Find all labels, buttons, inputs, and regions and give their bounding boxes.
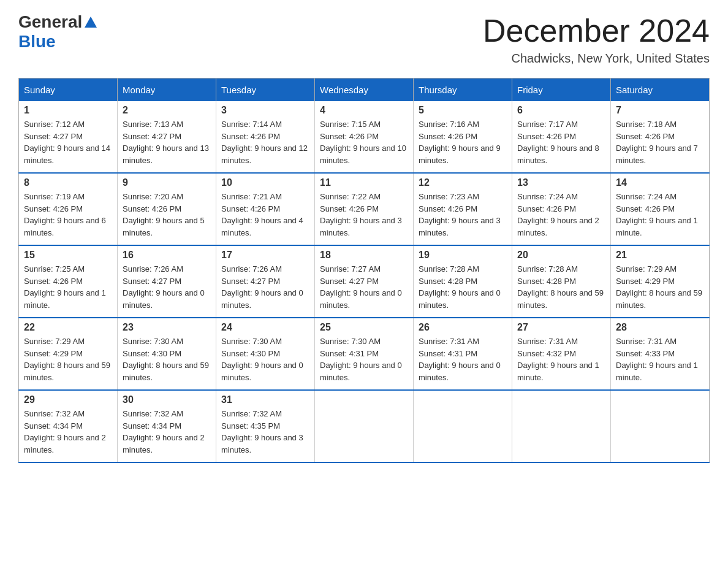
logo-triangle-icon <box>85 17 97 28</box>
page-header: General Blue December 2024 Chadwicks, Ne… <box>18 12 710 66</box>
calendar-day-cell: 29Sunrise: 7:32 AMSunset: 4:34 PMDayligh… <box>19 390 118 462</box>
calendar-day-cell: 1Sunrise: 7:12 AMSunset: 4:27 PMDaylight… <box>19 101 118 173</box>
day-info: Sunrise: 7:30 AMSunset: 4:30 PMDaylight:… <box>123 335 211 383</box>
day-info: Sunrise: 7:18 AMSunset: 4:26 PMDaylight:… <box>616 118 704 166</box>
day-number: 31 <box>221 394 309 405</box>
day-info: Sunrise: 7:28 AMSunset: 4:28 PMDaylight:… <box>419 263 507 311</box>
day-number: 27 <box>517 322 605 333</box>
calendar-day-cell: 26Sunrise: 7:31 AMSunset: 4:31 PMDayligh… <box>414 318 512 390</box>
day-info: Sunrise: 7:32 AMSunset: 4:34 PMDaylight:… <box>24 408 112 456</box>
day-info: Sunrise: 7:19 AMSunset: 4:26 PMDaylight:… <box>24 191 112 239</box>
day-number: 23 <box>123 322 211 333</box>
day-info: Sunrise: 7:21 AMSunset: 4:26 PMDaylight:… <box>221 191 309 239</box>
calendar-day-cell: 31Sunrise: 7:32 AMSunset: 4:35 PMDayligh… <box>216 390 315 462</box>
calendar-day-cell <box>512 390 611 462</box>
calendar-day-cell: 25Sunrise: 7:30 AMSunset: 4:31 PMDayligh… <box>315 318 414 390</box>
calendar-week-row: 29Sunrise: 7:32 AMSunset: 4:34 PMDayligh… <box>19 390 710 462</box>
calendar-day-cell: 13Sunrise: 7:24 AMSunset: 4:26 PMDayligh… <box>512 173 611 245</box>
day-number: 20 <box>517 250 605 261</box>
day-number: 9 <box>123 177 211 188</box>
day-number: 16 <box>123 250 211 261</box>
day-number: 22 <box>24 322 112 333</box>
day-number: 21 <box>616 250 704 261</box>
calendar-day-cell: 17Sunrise: 7:26 AMSunset: 4:27 PMDayligh… <box>216 245 315 318</box>
day-info: Sunrise: 7:30 AMSunset: 4:31 PMDaylight:… <box>320 335 408 383</box>
calendar-week-row: 8Sunrise: 7:19 AMSunset: 4:26 PMDaylight… <box>19 173 710 245</box>
day-info: Sunrise: 7:31 AMSunset: 4:33 PMDaylight:… <box>616 335 704 383</box>
day-number: 14 <box>616 177 704 188</box>
day-info: Sunrise: 7:15 AMSunset: 4:26 PMDaylight:… <box>320 118 408 166</box>
calendar-day-cell: 2Sunrise: 7:13 AMSunset: 4:27 PMDaylight… <box>118 101 216 173</box>
day-number: 30 <box>123 394 211 405</box>
day-number: 24 <box>221 322 309 333</box>
day-of-week-header: Thursday <box>414 79 512 102</box>
calendar-week-row: 22Sunrise: 7:29 AMSunset: 4:29 PMDayligh… <box>19 318 710 390</box>
day-number: 17 <box>221 250 309 261</box>
day-info: Sunrise: 7:14 AMSunset: 4:26 PMDaylight:… <box>221 118 309 166</box>
day-info: Sunrise: 7:22 AMSunset: 4:26 PMDaylight:… <box>320 191 408 239</box>
day-info: Sunrise: 7:27 AMSunset: 4:27 PMDaylight:… <box>320 263 408 311</box>
calendar-day-cell <box>611 390 710 462</box>
day-number: 26 <box>419 322 507 333</box>
day-number: 1 <box>24 105 112 116</box>
day-number: 28 <box>616 322 704 333</box>
calendar-day-cell: 24Sunrise: 7:30 AMSunset: 4:30 PMDayligh… <box>216 318 315 390</box>
day-info: Sunrise: 7:26 AMSunset: 4:27 PMDaylight:… <box>123 263 211 311</box>
day-number: 19 <box>419 250 507 261</box>
calendar-day-cell: 16Sunrise: 7:26 AMSunset: 4:27 PMDayligh… <box>118 245 216 318</box>
day-info: Sunrise: 7:13 AMSunset: 4:27 PMDaylight:… <box>123 118 211 166</box>
logo-general-text: General <box>18 12 82 32</box>
days-header-row: SundayMondayTuesdayWednesdayThursdayFrid… <box>19 79 710 102</box>
day-info: Sunrise: 7:24 AMSunset: 4:26 PMDaylight:… <box>517 191 605 239</box>
calendar-day-cell: 18Sunrise: 7:27 AMSunset: 4:27 PMDayligh… <box>315 245 414 318</box>
calendar-day-cell: 8Sunrise: 7:19 AMSunset: 4:26 PMDaylight… <box>19 173 118 245</box>
day-number: 4 <box>320 105 408 116</box>
calendar-day-cell: 3Sunrise: 7:14 AMSunset: 4:26 PMDaylight… <box>216 101 315 173</box>
day-info: Sunrise: 7:17 AMSunset: 4:26 PMDaylight:… <box>517 118 605 166</box>
day-info: Sunrise: 7:31 AMSunset: 4:31 PMDaylight:… <box>419 335 507 383</box>
logo: General Blue <box>18 12 97 52</box>
day-of-week-header: Saturday <box>611 79 710 102</box>
calendar-day-cell: 10Sunrise: 7:21 AMSunset: 4:26 PMDayligh… <box>216 173 315 245</box>
day-of-week-header: Tuesday <box>216 79 315 102</box>
day-info: Sunrise: 7:24 AMSunset: 4:26 PMDaylight:… <box>616 191 704 239</box>
day-number: 6 <box>517 105 605 116</box>
day-number: 29 <box>24 394 112 405</box>
calendar-day-cell: 30Sunrise: 7:32 AMSunset: 4:34 PMDayligh… <box>118 390 216 462</box>
calendar-day-cell: 28Sunrise: 7:31 AMSunset: 4:33 PMDayligh… <box>611 318 710 390</box>
calendar-day-cell: 15Sunrise: 7:25 AMSunset: 4:26 PMDayligh… <box>19 245 118 318</box>
day-number: 15 <box>24 250 112 261</box>
day-info: Sunrise: 7:29 AMSunset: 4:29 PMDaylight:… <box>616 263 704 311</box>
calendar-day-cell: 9Sunrise: 7:20 AMSunset: 4:26 PMDaylight… <box>118 173 216 245</box>
day-info: Sunrise: 7:30 AMSunset: 4:30 PMDaylight:… <box>221 335 309 383</box>
day-number: 11 <box>320 177 408 188</box>
day-number: 18 <box>320 250 408 261</box>
calendar-day-cell: 27Sunrise: 7:31 AMSunset: 4:32 PMDayligh… <box>512 318 611 390</box>
day-info: Sunrise: 7:28 AMSunset: 4:28 PMDaylight:… <box>517 263 605 311</box>
calendar-week-row: 15Sunrise: 7:25 AMSunset: 4:26 PMDayligh… <box>19 245 710 318</box>
day-number: 5 <box>419 105 507 116</box>
title-area: December 2024 Chadwicks, New York, Unite… <box>483 12 710 66</box>
day-info: Sunrise: 7:32 AMSunset: 4:35 PMDaylight:… <box>221 408 309 456</box>
day-info: Sunrise: 7:16 AMSunset: 4:26 PMDaylight:… <box>419 118 507 166</box>
day-of-week-header: Sunday <box>19 79 118 102</box>
calendar-day-cell <box>315 390 414 462</box>
calendar-day-cell: 14Sunrise: 7:24 AMSunset: 4:26 PMDayligh… <box>611 173 710 245</box>
calendar-day-cell: 20Sunrise: 7:28 AMSunset: 4:28 PMDayligh… <box>512 245 611 318</box>
calendar-title: December 2024 <box>483 12 710 49</box>
calendar-day-cell: 19Sunrise: 7:28 AMSunset: 4:28 PMDayligh… <box>414 245 512 318</box>
calendar-day-cell: 11Sunrise: 7:22 AMSunset: 4:26 PMDayligh… <box>315 173 414 245</box>
day-number: 12 <box>419 177 507 188</box>
day-info: Sunrise: 7:31 AMSunset: 4:32 PMDaylight:… <box>517 335 605 383</box>
calendar-day-cell: 22Sunrise: 7:29 AMSunset: 4:29 PMDayligh… <box>19 318 118 390</box>
day-number: 8 <box>24 177 112 188</box>
day-number: 7 <box>616 105 704 116</box>
calendar-table: SundayMondayTuesdayWednesdayThursdayFrid… <box>18 78 710 463</box>
day-number: 10 <box>221 177 309 188</box>
calendar-day-cell: 5Sunrise: 7:16 AMSunset: 4:26 PMDaylight… <box>414 101 512 173</box>
calendar-day-cell: 23Sunrise: 7:30 AMSunset: 4:30 PMDayligh… <box>118 318 216 390</box>
day-info: Sunrise: 7:23 AMSunset: 4:26 PMDaylight:… <box>419 191 507 239</box>
day-number: 2 <box>123 105 211 116</box>
calendar-week-row: 1Sunrise: 7:12 AMSunset: 4:27 PMDaylight… <box>19 101 710 173</box>
day-info: Sunrise: 7:25 AMSunset: 4:26 PMDaylight:… <box>24 263 112 311</box>
